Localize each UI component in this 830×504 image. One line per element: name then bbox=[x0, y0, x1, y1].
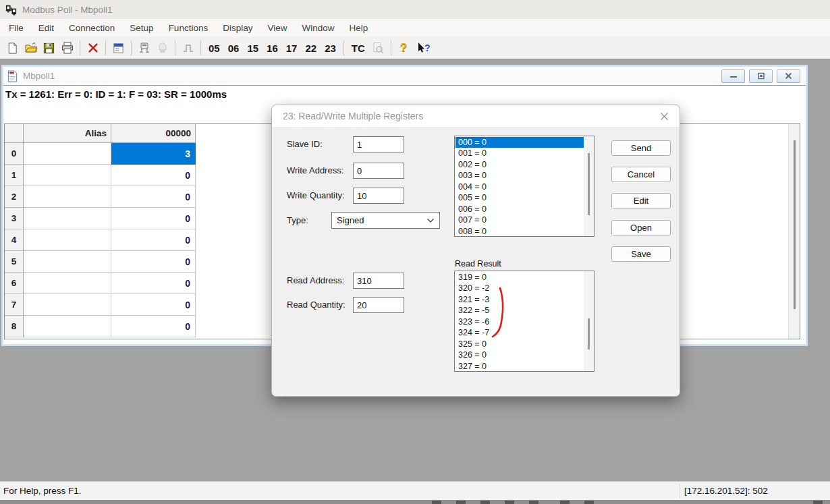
alias-cell-8[interactable] bbox=[24, 316, 111, 337]
read-list-scrollbar[interactable] bbox=[584, 271, 594, 371]
list-item[interactable]: 004 = 0 bbox=[455, 181, 584, 192]
row-header-2[interactable]: 2 bbox=[5, 186, 24, 208]
value-cell-4[interactable]: 0 bbox=[111, 229, 196, 251]
write-list-scrollbar[interactable] bbox=[584, 136, 594, 236]
minimize-button[interactable] bbox=[721, 69, 745, 83]
disconnect-button[interactable] bbox=[84, 40, 102, 57]
context-help-button[interactable]: ? bbox=[413, 40, 435, 57]
list-item[interactable]: 007 = 0 bbox=[455, 215, 584, 225]
read-address-field[interactable] bbox=[353, 273, 404, 289]
menu-view[interactable]: View bbox=[260, 20, 294, 36]
function-button-05[interactable]: 05 bbox=[204, 43, 224, 54]
setup-window-button[interactable] bbox=[109, 40, 128, 57]
open-file-button[interactable] bbox=[22, 40, 40, 57]
list-item[interactable]: 005 = 0 bbox=[455, 192, 584, 203]
single-poll-button[interactable] bbox=[179, 40, 197, 57]
value-cell-1[interactable]: 0 bbox=[111, 165, 196, 186]
menu-setup[interactable]: Setup bbox=[122, 20, 161, 36]
value-cell-0-selected[interactable]: 3 bbox=[111, 143, 196, 165]
write-list-scrollbar-thumb[interactable] bbox=[588, 153, 590, 215]
read-list-scrollbar-thumb[interactable] bbox=[588, 318, 590, 349]
alias-cell-2[interactable] bbox=[24, 186, 111, 208]
type-dropdown[interactable]: Signed bbox=[331, 212, 440, 229]
row-header-8[interactable]: 8 bbox=[5, 316, 24, 337]
print-icon bbox=[61, 41, 74, 55]
list-item[interactable]: 322 = -5 bbox=[455, 305, 584, 316]
close-document-button[interactable] bbox=[777, 69, 800, 83]
value-cell-3[interactable]: 0 bbox=[111, 208, 196, 229]
edit-button[interactable]: Edit bbox=[611, 193, 671, 208]
read-result-list[interactable]: 319 = 0 320 = -2 321 = -3 322 = -5 323 =… bbox=[454, 271, 594, 372]
dialog-titlebar[interactable]: 23: Read/Write Multiple Registers bbox=[272, 105, 680, 128]
alias-cell-7[interactable] bbox=[24, 294, 111, 316]
list-item[interactable]: 001 = 0 bbox=[455, 148, 584, 159]
row-header-1[interactable]: 1 bbox=[5, 165, 24, 186]
value-cell-5[interactable]: 0 bbox=[111, 251, 196, 273]
dialog-close-button[interactable] bbox=[660, 112, 669, 121]
list-item[interactable]: 324 = -7 bbox=[455, 327, 584, 338]
function-button-23[interactable]: 23 bbox=[321, 43, 340, 54]
row-header-6[interactable]: 6 bbox=[5, 273, 24, 294]
row-header-5[interactable]: 5 bbox=[5, 251, 24, 273]
alias-cell-6[interactable] bbox=[24, 273, 111, 294]
auto-poll-button[interactable] bbox=[153, 40, 171, 57]
row-header-4[interactable]: 4 bbox=[5, 229, 24, 251]
about-button[interactable]: ? bbox=[395, 40, 413, 57]
new-file-button[interactable] bbox=[3, 40, 22, 57]
list-item[interactable]: 321 = -3 bbox=[455, 294, 584, 305]
grid-vertical-scrollbar[interactable] bbox=[788, 124, 800, 339]
list-item[interactable]: 326 = 0 bbox=[455, 349, 584, 360]
list-item[interactable]: 320 = -2 bbox=[455, 283, 584, 293]
grid-scrollbar-thumb[interactable] bbox=[794, 140, 796, 309]
function-button-16[interactable]: 16 bbox=[262, 43, 282, 54]
list-item[interactable]: 008 = 0 bbox=[455, 226, 584, 236]
write-quantity-field[interactable] bbox=[353, 188, 404, 204]
menu-display[interactable]: Display bbox=[215, 20, 260, 36]
communication-traffic-button[interactable] bbox=[135, 40, 153, 57]
save-button[interactable] bbox=[40, 40, 58, 57]
slave-id-field[interactable] bbox=[353, 136, 404, 152]
alias-cell-1[interactable] bbox=[24, 165, 111, 186]
restore-button[interactable] bbox=[749, 69, 773, 83]
function-button-06[interactable]: 06 bbox=[224, 43, 244, 54]
alias-cell-5[interactable] bbox=[24, 251, 111, 273]
list-item[interactable]: 002 = 0 bbox=[455, 159, 584, 170]
row-header-0[interactable]: 0 bbox=[5, 143, 24, 165]
menu-window[interactable]: Window bbox=[294, 20, 341, 36]
alias-cell-4[interactable] bbox=[24, 229, 111, 251]
menu-functions[interactable]: Functions bbox=[161, 20, 216, 36]
function-button-22[interactable]: 22 bbox=[301, 43, 321, 54]
value-cell-8[interactable]: 0 bbox=[111, 316, 196, 337]
menu-edit[interactable]: Edit bbox=[31, 20, 61, 36]
write-address-field[interactable] bbox=[353, 163, 404, 179]
send-button[interactable]: Send bbox=[611, 140, 671, 156]
alias-cell-3[interactable] bbox=[24, 208, 111, 229]
list-item[interactable]: 323 = -6 bbox=[455, 316, 584, 327]
menu-connection[interactable]: Connection bbox=[61, 20, 122, 36]
function-button-15[interactable]: 15 bbox=[243, 43, 262, 54]
read-quantity-field[interactable] bbox=[353, 297, 404, 313]
communication-log-button[interactable] bbox=[369, 40, 387, 57]
row-header-7[interactable]: 7 bbox=[5, 294, 24, 316]
value-cell-7[interactable]: 0 bbox=[111, 294, 196, 316]
print-button[interactable] bbox=[58, 40, 76, 57]
menu-file[interactable]: File bbox=[1, 20, 31, 36]
cancel-button[interactable]: Cancel bbox=[611, 167, 671, 182]
write-values-list[interactable]: 000 = 0 001 = 0 002 = 0 003 = 0 004 = 0 … bbox=[454, 136, 594, 237]
save-button[interactable]: Save bbox=[611, 246, 671, 262]
list-item[interactable]: 325 = 0 bbox=[455, 339, 584, 349]
value-cell-6[interactable]: 0 bbox=[111, 273, 196, 294]
open-button[interactable]: Open bbox=[611, 220, 671, 235]
list-item[interactable]: 000 = 0 bbox=[455, 137, 584, 148]
function-button-17[interactable]: 17 bbox=[282, 43, 302, 54]
list-item[interactable]: 003 = 0 bbox=[455, 170, 584, 181]
menu-help[interactable]: Help bbox=[341, 20, 375, 36]
list-item[interactable]: 327 = 0 bbox=[455, 361, 584, 371]
alias-cell-0[interactable] bbox=[24, 143, 111, 165]
value-cell-2[interactable]: 0 bbox=[111, 186, 196, 208]
list-item[interactable]: 006 = 0 bbox=[455, 204, 584, 215]
list-item[interactable]: 319 = 0 bbox=[455, 272, 584, 283]
document-titlebar[interactable]: Mbpoll1 bbox=[3, 67, 806, 86]
row-header-3[interactable]: 3 bbox=[5, 208, 24, 229]
test-center-button[interactable]: TC bbox=[348, 43, 369, 54]
